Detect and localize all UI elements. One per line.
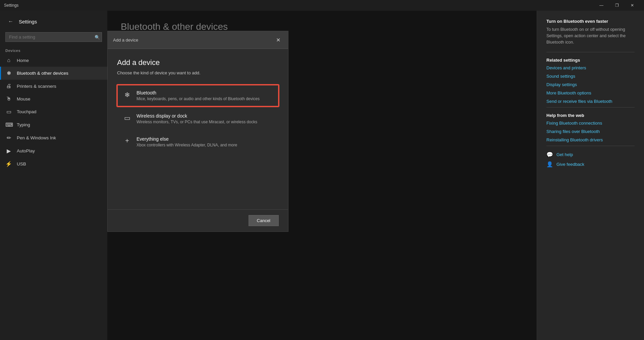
search-box-container: 🔍 xyxy=(5,32,102,42)
help-title: Help from the web xyxy=(546,113,635,118)
modal-body: Add a device Choose the kind of device y… xyxy=(108,49,288,209)
bluetooth-option-title: Bluetooth xyxy=(137,90,260,95)
titlebar: Settings — ❐ ✕ xyxy=(0,0,644,11)
sidebar-item-bluetooth-label: Bluetooth & other devices xyxy=(17,71,68,76)
sidebar-item-touchpad-label: Touchpad xyxy=(17,109,37,114)
window-controls: — ❐ ✕ xyxy=(594,0,640,11)
tip-text: To turn Bluetooth on or off without open… xyxy=(546,26,635,45)
add-device-modal: Add a device ✕ Add a device Choose the k… xyxy=(107,31,288,232)
mouse-icon: 🖱 xyxy=(5,96,12,102)
wireless-option-icon: ▭ xyxy=(123,114,131,122)
modal-title: Add a device xyxy=(117,58,279,67)
sidebar-item-mouse-label: Mouse xyxy=(17,96,31,101)
get-help-label: Get help xyxy=(556,152,573,157)
give-feedback-label: Give feedback xyxy=(556,162,584,167)
main-content: Bluetooth & other devices + Add Bluetoot… xyxy=(107,11,537,340)
everything-option-text: Everything else Xbox controllers with Wi… xyxy=(137,136,237,147)
divider-3 xyxy=(546,146,635,146)
link-more-bluetooth[interactable]: More Bluetooth options xyxy=(546,90,635,95)
modal-close-button[interactable]: ✕ xyxy=(273,35,283,45)
bluetooth-option-icon: ❄ xyxy=(123,91,131,99)
link-sharing-bluetooth[interactable]: Sharing files over Bluetooth xyxy=(546,129,635,134)
device-option-wireless[interactable]: ▭ Wireless display or dock Wireless moni… xyxy=(117,108,279,130)
link-send-receive[interactable]: Send or receive files via Bluetooth xyxy=(546,99,635,104)
home-icon: ⌂ xyxy=(5,57,12,63)
modal-footer: Cancel xyxy=(108,209,288,231)
sidebar-app-title: Settings xyxy=(19,19,37,24)
sidebar-item-pen-label: Pen & Windows Ink xyxy=(17,135,56,140)
minimize-button[interactable]: — xyxy=(594,0,609,11)
typing-icon: ⌨ xyxy=(5,122,12,128)
search-input[interactable] xyxy=(5,32,102,42)
everything-option-desc: Xbox controllers with Wireless Adapter, … xyxy=(137,143,237,147)
sidebar-item-touchpad[interactable]: ▭ Touchpad xyxy=(0,105,107,118)
give-feedback-item[interactable]: 👤 Give feedback xyxy=(546,161,635,167)
sidebar-nav-top: ← Settings xyxy=(0,13,107,29)
maximize-button[interactable]: ❐ xyxy=(609,0,625,11)
app-title: Settings xyxy=(4,3,18,8)
bluetooth-option-text: Bluetooth Mice, keyboards, pens, or audi… xyxy=(137,90,260,101)
device-option-bluetooth[interactable]: ❄ Bluetooth Mice, keyboards, pens, or au… xyxy=(117,85,279,107)
search-icon[interactable]: 🔍 xyxy=(95,35,100,40)
link-fixing-bluetooth[interactable]: Fixing Bluetooth connections xyxy=(546,121,635,126)
divider-1 xyxy=(546,52,635,52)
app-body: ← Settings 🔍 Devices ⌂ Home ❄ Bluetooth … xyxy=(0,11,644,340)
everything-option-title: Everything else xyxy=(137,136,237,142)
modal-overlay: Add a device ✕ Add a device Choose the k… xyxy=(107,11,537,340)
modal-header-title: Add a device xyxy=(113,38,138,43)
everything-option-icon: + xyxy=(123,137,131,145)
usb-icon: ⚡ xyxy=(5,161,12,167)
close-button[interactable]: ✕ xyxy=(625,0,640,11)
related-settings-title: Related settings xyxy=(546,58,635,63)
sidebar-item-mouse[interactable]: 🖱 Mouse xyxy=(0,92,107,105)
cancel-button[interactable]: Cancel xyxy=(249,215,279,226)
sidebar-item-usb-label: USB xyxy=(17,161,26,166)
autoplay-icon: ▶ xyxy=(5,148,12,154)
give-feedback-icon: 👤 xyxy=(546,161,553,167)
sidebar-item-typing-label: Typing xyxy=(17,122,30,127)
sidebar-item-printers[interactable]: 🖨 Printers & scanners xyxy=(0,80,107,92)
sidebar-item-usb[interactable]: ⚡ USB xyxy=(0,157,107,171)
tip-title: Turn on Bluetooth even faster xyxy=(546,19,635,24)
modal-subtitle: Choose the kind of device you want to ad… xyxy=(117,70,279,75)
sidebar-section-label: Devices xyxy=(0,46,107,54)
wireless-option-desc: Wireless monitors, TVs, or PCs that use … xyxy=(137,120,257,124)
get-help-icon: 💬 xyxy=(546,151,553,158)
link-display-settings[interactable]: Display settings xyxy=(546,82,635,87)
bluetooth-option-desc: Mice, keyboards, pens, or audio and othe… xyxy=(137,96,260,101)
link-sound-settings[interactable]: Sound settings xyxy=(546,74,635,79)
wireless-option-text: Wireless display or dock Wireless monito… xyxy=(137,113,257,124)
bluetooth-icon: ❄ xyxy=(5,70,12,76)
printer-icon: 🖨 xyxy=(5,83,12,89)
right-panel: Turn on Bluetooth even faster To turn Bl… xyxy=(537,11,644,340)
sidebar-item-home-label: Home xyxy=(17,58,29,63)
sidebar-item-bluetooth[interactable]: ❄ Bluetooth & other devices xyxy=(0,67,107,80)
wireless-option-title: Wireless display or dock xyxy=(137,113,257,119)
sidebar-item-home[interactable]: ⌂ Home xyxy=(0,54,107,67)
sidebar-item-autoplay-label: AutoPlay xyxy=(17,148,35,153)
divider-2 xyxy=(546,107,635,108)
device-option-everything[interactable]: + Everything else Xbox controllers with … xyxy=(117,131,279,153)
link-reinstalling-drivers[interactable]: Reinstalling Bluetooth drivers xyxy=(546,137,635,142)
sidebar-item-printers-label: Printers & scanners xyxy=(17,84,56,89)
sidebar: ← Settings 🔍 Devices ⌂ Home ❄ Bluetooth … xyxy=(0,11,107,340)
modal-header: Add a device ✕ xyxy=(108,31,288,49)
pen-icon: ✏ xyxy=(5,135,12,141)
sidebar-item-typing[interactable]: ⌨ Typing xyxy=(0,118,107,131)
get-help-item[interactable]: 💬 Get help xyxy=(546,151,635,158)
link-devices-printers[interactable]: Devices and printers xyxy=(546,65,635,70)
sidebar-item-autoplay[interactable]: ▶ AutoPlay xyxy=(0,144,107,157)
back-button[interactable]: ← xyxy=(5,16,16,27)
touchpad-icon: ▭ xyxy=(5,109,12,115)
sidebar-item-pen[interactable]: ✏ Pen & Windows Ink xyxy=(0,131,107,144)
